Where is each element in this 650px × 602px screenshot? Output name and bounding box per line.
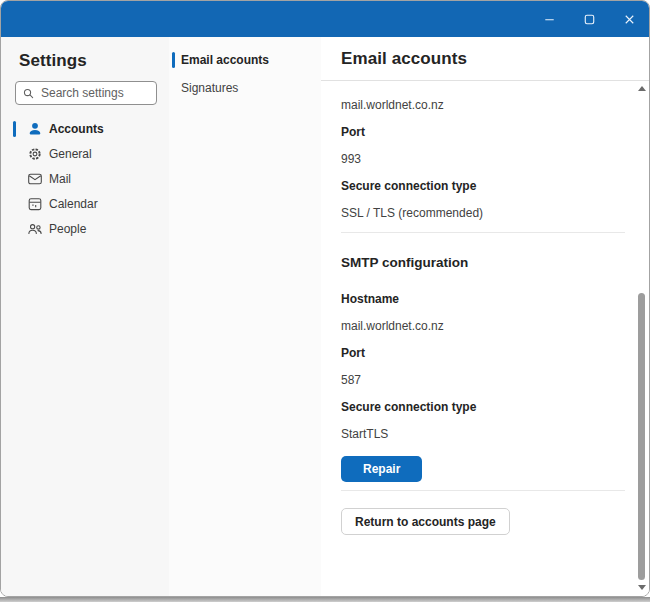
smtp-hostname-label: Hostname: [341, 291, 625, 307]
panel-header: Email accounts: [321, 37, 649, 81]
imap-secure-value: SSL / TLS (recommended): [341, 205, 625, 221]
sidebar-item-label: Calendar: [49, 197, 98, 211]
repair-button[interactable]: Repair: [341, 456, 422, 482]
panel-title: Email accounts: [341, 49, 467, 69]
minimize-icon: [542, 12, 557, 27]
close-icon: [622, 12, 637, 27]
smtp-hostname-value: mail.worldnet.co.nz: [341, 318, 625, 334]
button-divider: [341, 490, 625, 491]
subnav-item-signatures[interactable]: Signatures: [169, 75, 321, 101]
sidebar-item-label: People: [49, 222, 86, 236]
people-icon: [27, 221, 43, 237]
scrollbar-thumb[interactable]: [638, 293, 645, 580]
smtp-secure-value: StartTLS: [341, 426, 625, 442]
maximize-icon: [582, 12, 597, 27]
titlebar: [1, 1, 649, 37]
close-button[interactable]: [609, 1, 649, 37]
settings-window: Settings Accounts Gene: [0, 0, 650, 597]
scrollbar-down-arrow-icon[interactable]: [638, 585, 646, 590]
email-accounts-panel: Email accounts mail.worldnet.co.nz Port …: [321, 37, 649, 597]
sidebar-item-people[interactable]: People: [1, 217, 169, 241]
smtp-secure-label: Secure connection type: [341, 399, 625, 415]
subnav-item-label: Email accounts: [181, 53, 269, 67]
person-icon: [27, 121, 43, 137]
sidebar-item-label: Mail: [49, 172, 71, 186]
sidebar-item-general[interactable]: General: [1, 142, 169, 166]
sidebar-item-label: General: [49, 147, 92, 161]
imap-port-label: Port: [341, 124, 625, 140]
sidebar-item-calendar[interactable]: Calendar: [1, 192, 169, 216]
imap-secure-label: Secure connection type: [341, 178, 625, 194]
subnav-item-label: Signatures: [181, 81, 238, 95]
sidebar-item-mail[interactable]: Mail: [1, 167, 169, 191]
settings-title: Settings: [19, 51, 169, 71]
panel-scroll-content: mail.worldnet.co.nz Port 993 Secure conn…: [321, 81, 649, 535]
imap-hostname-value: mail.worldnet.co.nz: [341, 97, 625, 113]
smtp-port-label: Port: [341, 345, 625, 361]
accounts-subnav: Email accounts Signatures: [169, 37, 321, 597]
scrollbar-up-arrow-icon[interactable]: [638, 86, 646, 91]
desktop-strip: [0, 597, 650, 602]
settings-sidebar: Settings Accounts Gene: [1, 37, 169, 597]
smtp-port-value: 587: [341, 372, 625, 388]
search-settings-input[interactable]: [41, 86, 150, 100]
sidebar-item-label: Accounts: [49, 122, 104, 136]
envelope-icon: [27, 171, 43, 187]
minimize-button[interactable]: [529, 1, 569, 37]
maximize-button[interactable]: [569, 1, 609, 37]
panel-scrollbar: [635, 81, 648, 593]
search-icon: [22, 87, 35, 100]
imap-port-value: 993: [341, 151, 625, 167]
subnav-item-email-accounts[interactable]: Email accounts: [169, 47, 321, 73]
search-settings-box[interactable]: [15, 81, 157, 105]
sidebar-item-accounts[interactable]: Accounts: [1, 117, 169, 141]
return-to-accounts-button[interactable]: Return to accounts page: [341, 508, 510, 535]
section-divider: [341, 232, 625, 233]
calendar-icon: [27, 196, 43, 212]
gear-icon: [27, 146, 43, 162]
smtp-section-title: SMTP configuration: [341, 254, 625, 272]
sidebar-nav: Accounts General Mail: [1, 117, 169, 241]
app-body: Settings Accounts Gene: [1, 37, 649, 597]
